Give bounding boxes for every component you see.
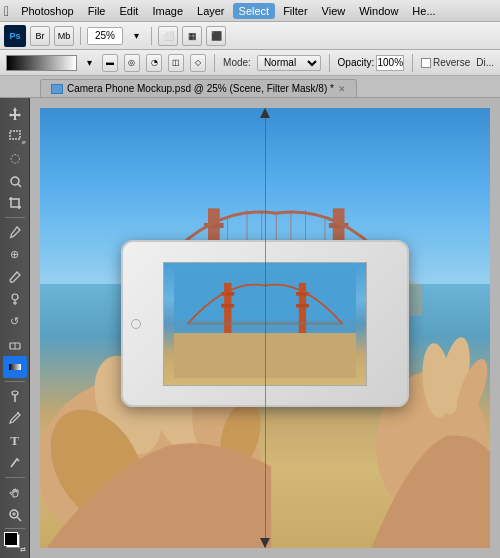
tool-separator-3 xyxy=(5,477,25,478)
canvas-area xyxy=(30,98,500,558)
phone-home-button xyxy=(131,319,141,329)
reflected-gradient-btn[interactable]: ◫ xyxy=(168,54,184,72)
linear-gradient-btn[interactable]: ▬ xyxy=(102,54,118,72)
zoom-tool[interactable] xyxy=(3,504,27,526)
svg-rect-54 xyxy=(296,304,309,308)
svg-rect-9 xyxy=(9,364,21,370)
svg-point-6 xyxy=(12,294,18,300)
type-tool[interactable]: T xyxy=(3,430,27,452)
opacity-value[interactable]: 100% xyxy=(376,55,404,71)
tab-filename: Camera Phone Mockup.psd @ 25% (Scene, Fi… xyxy=(67,83,334,94)
mode-label: Mode: xyxy=(223,57,251,68)
phone-screen xyxy=(163,262,367,386)
menu-view[interactable]: View xyxy=(316,3,352,19)
screen-mode-1[interactable]: ⬜ xyxy=(158,26,178,46)
screen-mode-2[interactable]: ▦ xyxy=(182,26,202,46)
blend-mode-select[interactable]: Normal Dissolve Multiply xyxy=(257,55,321,71)
zoom-level[interactable]: 25% xyxy=(87,27,123,45)
photoshop-logo: Ps xyxy=(4,25,26,47)
eraser-tool[interactable] xyxy=(3,334,27,356)
lasso-tool[interactable]: ◌ xyxy=(3,147,27,169)
zoom-dropdown[interactable]: ▾ xyxy=(127,27,145,45)
diamond-gradient-btn[interactable]: ◇ xyxy=(190,54,206,72)
color-swatches[interactable]: ⇄ xyxy=(4,532,26,554)
brush-tool[interactable] xyxy=(3,266,27,288)
svg-marker-0 xyxy=(9,107,21,120)
opacity-container: Opacity: 100% xyxy=(338,55,405,71)
svg-rect-48 xyxy=(174,333,356,379)
hand-tool[interactable] xyxy=(3,481,27,503)
history-brush-tool[interactable]: ↺ xyxy=(3,311,27,333)
apple-menu[interactable]:  xyxy=(4,3,9,19)
healing-brush-tool[interactable]: ⊕ xyxy=(3,243,27,265)
tab-close-button[interactable]: ✕ xyxy=(338,84,346,94)
toolbar: ▾ ▶ ◌ ⊕ ↺ xyxy=(0,98,30,558)
tab-bar: Camera Phone Mockup.psd @ 25% (Scene, Fi… xyxy=(0,76,500,98)
phone-screen-bridge xyxy=(174,269,356,379)
main-area: ▾ ▶ ◌ ⊕ ↺ xyxy=(0,98,500,558)
quick-select-tool[interactable] xyxy=(3,170,27,192)
bridge-button[interactable]: Br xyxy=(30,26,50,46)
svg-rect-55 xyxy=(188,322,343,325)
menu-edit[interactable]: Edit xyxy=(113,3,144,19)
tab-icon xyxy=(51,84,63,94)
move-tool[interactable] xyxy=(3,102,27,124)
screen-mode-3[interactable]: ⬛ xyxy=(206,26,226,46)
options-bar-1: Ps Br Mb 25% ▾ ⬜ ▦ ⬛ xyxy=(0,22,500,50)
separator-1 xyxy=(80,27,81,45)
crop-tool[interactable] xyxy=(3,192,27,214)
svg-rect-52 xyxy=(221,304,234,308)
separator-5 xyxy=(412,54,413,72)
separator-4 xyxy=(329,54,330,72)
guide-arrow-down xyxy=(260,538,270,548)
eyedropper-tool[interactable] xyxy=(3,221,27,243)
marquee-tool[interactable]: ▾ ▶ xyxy=(3,125,27,147)
gradient-preview[interactable] xyxy=(6,55,77,71)
menu-filter[interactable]: Filter xyxy=(277,3,313,19)
menu-layer[interactable]: Layer xyxy=(191,3,231,19)
menu-photoshop[interactable]: Photoshop xyxy=(15,3,80,19)
canvas-document xyxy=(40,108,490,548)
reverse-label: Reverse xyxy=(421,57,470,68)
menu-image[interactable]: Image xyxy=(146,3,189,19)
svg-line-14 xyxy=(17,517,21,521)
gradient-tool[interactable] xyxy=(3,356,27,378)
svg-point-12 xyxy=(17,412,19,414)
options-bar-gradient: ▾ ▬ ◎ ◔ ◫ ◇ Mode: Normal Dissolve Multip… xyxy=(0,50,500,76)
mini-bridge-button[interactable]: Mb xyxy=(54,26,74,46)
document-tab[interactable]: Camera Phone Mockup.psd @ 25% (Scene, Fi… xyxy=(40,79,357,97)
gradient-dropdown[interactable]: ▾ xyxy=(83,54,96,72)
menu-window[interactable]: Window xyxy=(353,3,404,19)
menubar:  Photoshop File Edit Image Layer Select… xyxy=(0,0,500,22)
clone-stamp-tool[interactable] xyxy=(3,289,27,311)
svg-line-3 xyxy=(18,184,21,187)
svg-line-5 xyxy=(11,281,12,282)
menu-file[interactable]: File xyxy=(82,3,112,19)
dodge-tool[interactable] xyxy=(3,385,27,407)
pen-tool[interactable] xyxy=(3,407,27,429)
phone-device xyxy=(121,240,409,407)
separator-3 xyxy=(214,54,215,72)
radial-gradient-btn[interactable]: ◎ xyxy=(124,54,140,72)
tool-separator-2 xyxy=(5,381,25,382)
reverse-checkbox[interactable] xyxy=(421,58,431,68)
svg-rect-1 xyxy=(10,131,20,139)
menu-help[interactable]: He... xyxy=(406,3,441,19)
photo-background xyxy=(40,108,490,548)
angle-gradient-btn[interactable]: ◔ xyxy=(146,54,162,72)
separator-2 xyxy=(151,27,152,45)
opacity-label: Opacity: xyxy=(338,57,375,68)
tool-separator-1 xyxy=(5,217,25,218)
svg-point-2 xyxy=(11,177,19,185)
path-selection-tool[interactable] xyxy=(3,453,27,475)
tool-separator-4 xyxy=(5,528,25,529)
guide-arrow-up xyxy=(260,108,270,118)
menu-select[interactable]: Select xyxy=(233,3,276,19)
dither-label: Di... xyxy=(476,57,494,68)
svg-point-10 xyxy=(12,391,18,395)
